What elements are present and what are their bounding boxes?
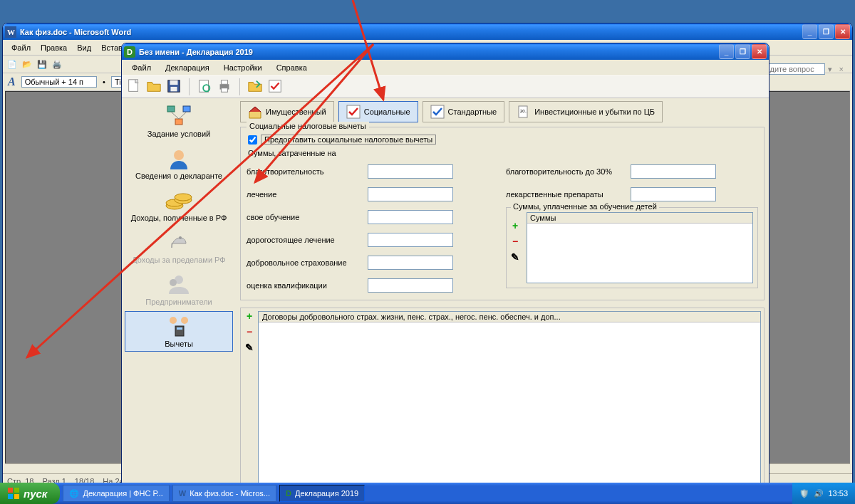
- tab-invest[interactable]: 20.. Инвестиционные и убытки по ЦБ: [509, 101, 663, 122]
- style-a-icon[interactable]: A: [8, 75, 16, 88]
- tab-property[interactable]: Имущественный: [240, 101, 334, 122]
- tray-network-icon[interactable]: 🔊: [814, 489, 824, 498]
- nav-conditions[interactable]: Задание условий: [125, 101, 233, 142]
- tb-save-icon[interactable]: [166, 78, 182, 95]
- menu-edit[interactable]: Правка: [36, 42, 71, 53]
- children-col-header[interactable]: Суммы: [527, 213, 752, 224]
- svg-rect-7: [170, 87, 177, 91]
- label-treatment: лечение: [247, 190, 368, 199]
- tb-check-icon[interactable]: [267, 78, 283, 95]
- svg-point-26: [170, 279, 177, 286]
- tb-open-icon[interactable]: [146, 78, 162, 95]
- open-icon[interactable]: 📂: [21, 58, 33, 70]
- tray-clock[interactable]: 13:53: [828, 489, 848, 498]
- svg-line-18: [179, 112, 187, 119]
- sum-subtitle: Суммы, затраченные на: [248, 149, 758, 157]
- svg-rect-35: [8, 488, 13, 493]
- task-word[interactable]: WКак физ.doc - Micros...: [172, 485, 276, 502]
- menu-view[interactable]: Вид: [73, 42, 95, 53]
- decl-menu-help[interactable]: Справка: [271, 62, 313, 73]
- start-button[interactable]: пуск: [0, 483, 60, 504]
- contracts-list: + − ✎ Договоры добровольного страх. жизн…: [240, 308, 765, 488]
- tb-export-icon[interactable]: [247, 78, 263, 95]
- decl-max-button[interactable]: ❐: [735, 44, 750, 59]
- input-charity[interactable]: [368, 164, 453, 179]
- input-meds[interactable]: [631, 187, 716, 201]
- tab-social[interactable]: Социальные: [338, 101, 418, 122]
- print-icon[interactable]: 🖨️: [51, 58, 63, 70]
- input-own-education[interactable]: [368, 210, 453, 224]
- decl-app-icon: D: [124, 46, 135, 58]
- style-select[interactable]: Обычный + 14 п: [21, 76, 97, 88]
- taskbar: пуск 🌐Декларация | ФНС Р... WКак физ.doc…: [0, 483, 855, 504]
- svg-rect-11: [221, 80, 227, 85]
- contracts-table[interactable]: Договоры добровольного страх. жизни, пен…: [258, 311, 761, 484]
- input-expensive-treatment[interactable]: [368, 233, 453, 247]
- svg-line-17: [171, 112, 179, 119]
- svg-rect-14: [167, 106, 175, 112]
- tray-volume-icon[interactable]: 🛡️: [799, 489, 809, 498]
- system-tray[interactable]: 🛡️ 🔊 13:53: [792, 483, 855, 504]
- word-titlebar[interactable]: W Как физ.doc - Microsoft Word _ ❐ ✕: [3, 23, 852, 40]
- svg-rect-15: [183, 106, 190, 112]
- tb-print-icon[interactable]: [217, 78, 232, 95]
- decl-menu-declaration[interactable]: Декларация: [160, 62, 215, 73]
- children-education-group: Суммы, уплаченные за обучение детей + − …: [506, 207, 758, 288]
- add-contract-button[interactable]: +: [244, 311, 255, 322]
- group-title: Социальные налоговые вычеты: [247, 122, 369, 130]
- label-own-education: свое обучение: [247, 213, 368, 221]
- decl-menu-settings[interactable]: Настройки: [218, 62, 268, 73]
- remove-child-button[interactable]: −: [509, 236, 521, 248]
- nav-income-rf[interactable]: Доходы, полученные в РФ: [125, 185, 233, 226]
- decl-titlebar[interactable]: D Без имени - Декларация 2019 _ ❐ ✕: [122, 43, 769, 60]
- label-expensive-treatment: дорогостоящее лечение: [247, 236, 368, 244]
- children-group-title: Суммы, уплаченные за обучение детей: [511, 202, 659, 211]
- biz-icon: [165, 273, 193, 295]
- word-max-button[interactable]: ❐: [819, 24, 834, 39]
- declaration-window: D Без имени - Декларация 2019 _ ❐ ✕ Файл…: [121, 43, 770, 491]
- declarant-icon: [165, 147, 193, 169]
- svg-text:D: D: [127, 48, 133, 56]
- svg-point-24: [179, 236, 182, 239]
- nav-panel: Задание условий Сведения о декларанте До…: [122, 98, 236, 490]
- input-treatment[interactable]: [368, 187, 453, 201]
- input-insurance[interactable]: [368, 256, 453, 270]
- label-charity: благотворительность: [247, 167, 368, 176]
- task-fns[interactable]: 🌐Декларация | ФНС Р...: [63, 485, 169, 502]
- income-rf-icon: [165, 189, 193, 211]
- word-close-button[interactable]: ✕: [835, 24, 850, 39]
- income-abroad-icon: [165, 231, 193, 253]
- word-title: Как физ.doc - Microsoft Word: [20, 28, 802, 36]
- tb-preview-icon[interactable]: [197, 78, 212, 95]
- decl-close-button[interactable]: ✕: [752, 44, 767, 59]
- tb-new-icon[interactable]: [126, 78, 142, 95]
- edit-contract-button[interactable]: ✎: [244, 342, 255, 354]
- decl-min-button[interactable]: _: [719, 44, 734, 59]
- house-icon: [248, 105, 262, 119]
- doc-small-icon: 20..: [517, 105, 531, 119]
- word-min-button[interactable]: _: [802, 24, 817, 39]
- new-doc-icon[interactable]: 📄: [6, 58, 19, 70]
- svg-text:W: W: [7, 28, 15, 36]
- contracts-header[interactable]: Договоры добровольного страх. жизни, пен…: [259, 312, 760, 322]
- decl-menu-file[interactable]: Файл: [126, 62, 157, 73]
- content-area: Имущественный Социальные Стандартные 20.…: [236, 98, 769, 490]
- input-charity30[interactable]: [631, 164, 716, 179]
- tab-standard[interactable]: Стандартные: [423, 101, 505, 122]
- input-qualification[interactable]: [368, 278, 453, 293]
- nav-deductions[interactable]: Вычеты: [125, 311, 233, 352]
- label-qualification: оценка квалификации: [247, 281, 368, 290]
- edit-child-button[interactable]: ✎: [509, 252, 521, 263]
- save-icon[interactable]: 💾: [36, 58, 48, 70]
- nav-declarant[interactable]: Сведения о декларанте: [125, 143, 233, 184]
- children-table[interactable]: Суммы: [527, 212, 753, 283]
- social-groupbox: Социальные налоговые вычеты Предоставить…: [240, 127, 765, 300]
- windows-logo-icon: [7, 487, 20, 500]
- menu-file[interactable]: Файл: [7, 42, 35, 53]
- add-child-button[interactable]: +: [509, 221, 521, 232]
- svg-text:20..: 20..: [520, 109, 527, 113]
- remove-contract-button[interactable]: −: [244, 327, 255, 338]
- provide-checkbox[interactable]: [248, 135, 257, 145]
- task-decl[interactable]: DДекларация 2019: [279, 485, 365, 502]
- provide-checkbox-label[interactable]: Предоставить социальные налоговые вычеты: [261, 135, 436, 145]
